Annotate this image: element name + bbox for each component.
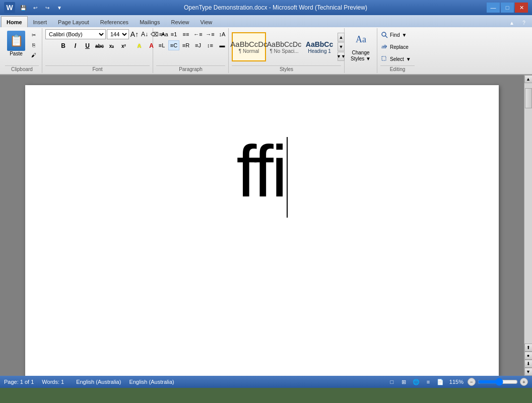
close-button[interactable]: ✕: [515, 3, 528, 13]
vertical-scrollbar: ▲ ⬆ ● ⬇ ▼: [524, 75, 532, 376]
select-dropdown: ▼: [406, 56, 411, 62]
replace-button[interactable]: ab Replace: [380, 41, 409, 52]
select-button[interactable]: Select ▼: [380, 53, 412, 64]
save-quick-btn[interactable]: 💾: [18, 3, 28, 12]
shrink-font-button[interactable]: A↓: [140, 30, 149, 39]
ribbon: 📋 Paste ✂ ⎘ 🖌 Clipboard Calibri (Body): [0, 27, 532, 75]
editing-group-label: Editing: [380, 65, 415, 72]
styles-scroll: ▲ ▼ ▼▼: [338, 33, 345, 61]
fullscreen-btn[interactable]: ⊞: [399, 377, 409, 386]
replace-label: Replace: [390, 44, 409, 50]
bullet-list-button[interactable]: ≡•: [156, 29, 167, 39]
italic-button[interactable]: I: [70, 40, 81, 51]
zoom-out-button[interactable]: −: [468, 378, 476, 386]
scroll-track[interactable]: [524, 83, 533, 344]
zoom-in-button[interactable]: +: [520, 378, 528, 386]
multilevel-list-button[interactable]: ≡≡: [180, 29, 191, 39]
draft-btn[interactable]: 📄: [435, 377, 445, 386]
document-area[interactable]: ffi: [0, 75, 524, 376]
line-spacing-button[interactable]: ↕≡: [205, 40, 216, 50]
document-page: ffi: [25, 85, 499, 376]
styles-group: AaBbCcDc ¶ Normal AaBbCcDc ¶ No Spaci...…: [229, 28, 345, 73]
svg-line-2: [385, 36, 387, 38]
font-name-select[interactable]: Calibri (Body): [45, 29, 106, 39]
scroll-next-page-button[interactable]: ⬇: [524, 360, 533, 368]
numbered-list-button[interactable]: ≡1: [168, 29, 179, 39]
subscript-button[interactable]: x₂: [106, 40, 117, 51]
style-heading1[interactable]: AaBbCc Heading 1: [302, 32, 337, 61]
tab-page-layout[interactable]: Page Layout: [52, 16, 95, 27]
align-right-button[interactable]: ≡R: [180, 40, 191, 50]
ribbon-tab-bar: Home Insert Page Layout References Maili…: [0, 15, 532, 27]
tab-references[interactable]: References: [95, 16, 134, 27]
increase-indent-button[interactable]: →≡: [205, 29, 216, 39]
font-size-select[interactable]: 144: [107, 29, 129, 39]
svg-rect-5: [382, 56, 386, 60]
help-btn[interactable]: ?: [519, 18, 529, 27]
shading-button[interactable]: ▬: [217, 40, 228, 50]
web-layout-btn[interactable]: 🌐: [411, 377, 421, 386]
maximize-button[interactable]: □: [501, 3, 514, 13]
strikethrough-button[interactable]: abc: [94, 40, 105, 51]
scroll-prev-page-button[interactable]: ⬆: [524, 344, 533, 352]
style-no-spacing-label: ¶ No Spaci...: [270, 48, 298, 54]
style-heading1-label: Heading 1: [308, 48, 331, 54]
minimize-button[interactable]: —: [487, 3, 500, 13]
ribbon-collapse-btn[interactable]: ▲: [507, 18, 517, 27]
style-no-spacing[interactable]: AaBbCcDc ¶ No Spaci...: [267, 32, 301, 61]
clipboard-group-label: Clipboard: [5, 65, 39, 72]
tab-view[interactable]: View: [195, 16, 218, 27]
outline-btn[interactable]: ≡: [423, 377, 433, 386]
sort-button[interactable]: ↕A: [217, 29, 228, 39]
title-bar: W 💾 ↩ ↪ ▼ OpenType Demonstration.docx - …: [0, 0, 532, 15]
tab-mailings[interactable]: Mailings: [134, 16, 165, 27]
styles-scroll-down[interactable]: ▼: [338, 42, 345, 51]
superscript-button[interactable]: x²: [118, 40, 129, 51]
app-icon: W: [4, 2, 15, 13]
scroll-up-button[interactable]: ▲: [524, 75, 533, 83]
customize-qa-btn[interactable]: ▼: [54, 3, 64, 12]
decrease-indent-button[interactable]: ←≡: [192, 29, 204, 39]
tab-insert[interactable]: Insert: [28, 16, 53, 27]
print-layout-btn[interactable]: □: [387, 377, 397, 386]
scroll-thumb[interactable]: [525, 88, 532, 108]
find-button[interactable]: Find ▼: [380, 29, 407, 40]
font-name-row: Calibri (Body) 144 A↑ A↓ ⌫ Aa: [45, 29, 169, 39]
style-normal-preview: AaBbCcDc: [230, 40, 267, 48]
scroll-down-button[interactable]: ▼: [524, 368, 533, 376]
paste-label: Paste: [10, 51, 23, 56]
align-center-button[interactable]: ≡C: [168, 40, 179, 50]
justify-button[interactable]: ≡J: [192, 40, 204, 50]
change-styles-button[interactable]: Aa ChangeStyles ▼: [348, 32, 374, 62]
status-right: □ ⊞ 🌐 ≡ 📄 115% − +: [387, 377, 528, 386]
grow-font-button[interactable]: A↑: [130, 30, 139, 39]
para-row2: ≡L ≡C ≡R ≡J ↕≡ ▬ □: [156, 40, 240, 50]
styles-more[interactable]: ▼▼: [338, 52, 345, 61]
editing-group: Find ▼ ab Replace Select ▼: [377, 28, 418, 73]
cut-button[interactable]: ✂: [28, 30, 39, 39]
tab-home[interactable]: Home: [1, 16, 28, 27]
highlight-button[interactable]: A: [134, 40, 145, 51]
style-normal[interactable]: AaBbCcDc ¶ Normal: [232, 32, 266, 61]
undo-quick-btn[interactable]: ↩: [30, 3, 40, 12]
svg-text:ab: ab: [381, 44, 386, 49]
find-icon: [381, 31, 388, 38]
scroll-select-button[interactable]: ●: [524, 352, 533, 360]
copy-button[interactable]: ⎘: [28, 40, 39, 49]
align-left-button[interactable]: ≡L: [156, 40, 167, 50]
select-icon: [381, 55, 388, 62]
clipboard-group: 📋 Paste ✂ ⎘ 🖌 Clipboard: [2, 28, 42, 73]
bold-button[interactable]: B: [58, 40, 69, 51]
styles-scroll-up[interactable]: ▲: [338, 33, 345, 42]
page-info: Page: 1 of 1: [4, 379, 34, 385]
tab-review[interactable]: Review: [165, 16, 194, 27]
find-label: Find: [390, 32, 400, 38]
format-painter-button[interactable]: 🖌: [28, 50, 39, 59]
status-bar: Page: 1 of 1 Words: 1 English (Australia…: [0, 376, 532, 388]
underline-button[interactable]: U: [82, 40, 93, 51]
zoom-level: 115%: [449, 379, 463, 385]
zoom-slider[interactable]: [478, 378, 518, 386]
paste-button[interactable]: 📋 Paste: [5, 29, 27, 59]
redo-quick-btn[interactable]: ↪: [42, 3, 52, 12]
change-styles-icon: Aa: [354, 32, 368, 49]
